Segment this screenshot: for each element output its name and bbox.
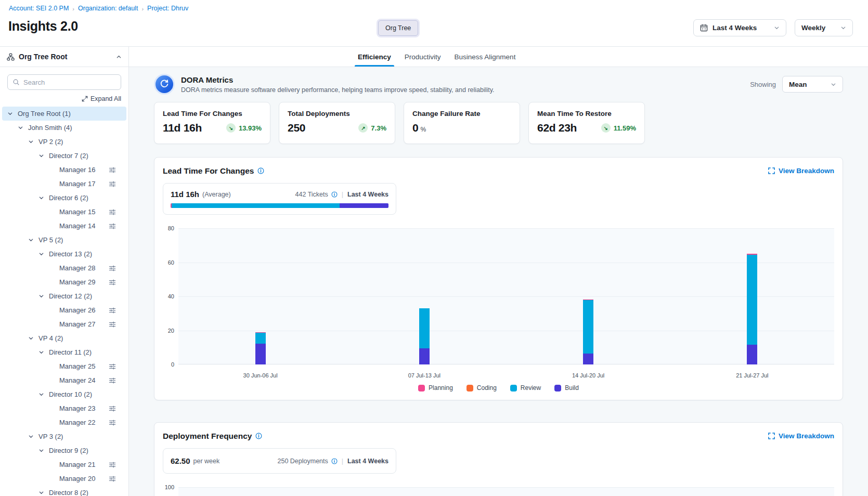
search-input[interactable] [23,79,116,86]
breadcrumb-item[interactable]: Organization: default [78,5,138,12]
chevron-down-icon[interactable] [38,391,48,397]
sliders-icon[interactable] [109,405,116,412]
sliders-icon[interactable] [109,377,116,384]
tree-item-manager-23[interactable]: Manager 23 [2,401,126,415]
info-icon[interactable] [255,433,262,439]
legend-item-review[interactable]: Review [510,384,541,391]
bar-segment-build[interactable] [583,354,593,364]
tree-item-manager-25[interactable]: Manager 25 [2,359,126,373]
tab-efficiency[interactable]: Efficiency [357,47,392,67]
tree-item-manager-26[interactable]: Manager 26 [2,303,126,317]
bar-segment-review[interactable] [255,333,266,344]
chevron-down-icon[interactable] [38,349,48,355]
tree-item-director-12-2[interactable]: Director 12 (2) [2,289,126,303]
tree-item-vp-5-2[interactable]: VP 5 (2) [2,233,126,247]
sliders-icon[interactable] [109,279,116,286]
tree-item-director-10-2[interactable]: Director 10 (2) [2,387,126,401]
org-tree-list: Org Tree Root (1)John Smith (4)VP 2 (2)D… [0,107,128,496]
stacked-bar-30-jun-06-jul[interactable] [255,332,266,364]
sliders-icon[interactable] [109,166,116,174]
chevron-down-icon[interactable] [7,111,17,116]
chevron-up-icon[interactable] [116,54,122,60]
chevron-down-icon[interactable] [38,293,48,299]
tree-item-manager-28[interactable]: Manager 28 [2,261,126,275]
bar-segment-review[interactable] [747,255,757,345]
sliders-icon[interactable] [109,321,116,328]
chevron-down-icon[interactable] [38,251,48,257]
stacked-bar-21-jul-27-jul[interactable] [747,254,757,364]
sliders-icon[interactable] [109,208,116,216]
chevron-down-icon[interactable] [28,237,37,243]
sliders-icon[interactable] [109,461,116,468]
tab-business-alignment[interactable]: Business Alignment [454,47,517,67]
tree-item-director-9-2[interactable]: Director 9 (2) [2,443,126,458]
tree-item-manager-16[interactable]: Manager 16 [2,163,126,177]
bar-segment-review[interactable] [419,308,430,348]
bar-segment-build[interactable] [255,344,266,364]
tree-item-director-8-2[interactable]: Director 8 (2) [2,486,126,496]
info-icon[interactable] [331,191,338,198]
tree-item-manager-14[interactable]: Manager 14 [2,219,126,233]
search-icon [12,79,20,86]
legend-item-coding[interactable]: Coding [467,384,497,391]
phase-segment-review[interactable] [172,203,340,208]
tree-item-org-tree-root-1[interactable]: Org Tree Root (1) [2,107,126,121]
tree-item-vp-3-2[interactable]: VP 3 (2) [2,429,126,443]
bar-segment-review[interactable] [583,300,593,354]
breadcrumb-item[interactable]: Account: SEI 2.0 PM [9,5,69,12]
sliders-icon[interactable] [109,363,116,370]
gridline [178,331,834,331]
chevron-down-icon[interactable] [28,139,37,145]
x-tick-label: 30 Jun-06 Jul [243,372,278,378]
tree-item-manager-22[interactable]: Manager 22 [2,415,126,429]
chevron-down-icon[interactable] [38,195,48,201]
tree-item-manager-15[interactable]: Manager 15 [2,205,126,219]
sidebar-header: Org Tree Root [0,47,128,67]
sliders-icon[interactable] [109,307,116,314]
chevron-down-icon[interactable] [18,125,27,130]
sliders-icon[interactable] [109,419,116,426]
info-icon[interactable] [331,458,338,464]
tree-item-director-6-2[interactable]: Director 6 (2) [2,191,126,205]
date-range-select[interactable]: Last 4 Weeks [693,19,786,36]
bar-segment-build[interactable] [747,345,757,364]
tree-item-manager-20[interactable]: Manager 20 [2,472,126,486]
sliders-icon[interactable] [109,475,116,482]
tree-item-vp-2-2[interactable]: VP 2 (2) [2,135,126,149]
org-tree-button[interactable]: Org Tree [378,20,418,36]
bar-segment-build[interactable] [419,348,430,364]
sliders-icon[interactable] [109,223,116,230]
stacked-bar-14-jul-20-jul[interactable] [583,299,593,364]
tree-item-john-smith-4[interactable]: John Smith (4) [2,121,126,135]
chevron-down-icon[interactable] [38,490,48,495]
tree-item-director-7-2[interactable]: Director 7 (2) [2,149,126,163]
tree-item-manager-21[interactable]: Manager 21 [2,458,126,472]
tree-item-manager-17[interactable]: Manager 17 [2,177,126,191]
sliders-icon[interactable] [109,180,116,188]
phase-segment-build[interactable] [340,203,388,208]
chevron-down-icon[interactable] [28,335,37,341]
tree-item-manager-29[interactable]: Manager 29 [2,275,126,289]
tree-item-manager-27[interactable]: Manager 27 [2,317,126,331]
breadcrumb-item[interactable]: Project: Dhruv [147,5,188,12]
granularity-select[interactable]: Weekly [795,19,853,36]
chevron-down-icon[interactable] [38,448,48,453]
tree-item-manager-24[interactable]: Manager 24 [2,373,126,387]
view-breakdown-link[interactable]: View Breakdown [768,432,834,440]
info-icon[interactable] [257,167,264,174]
metric-title: Mean Time To Restore [537,110,636,118]
tree-item-label: Director 11 (2) [49,348,92,356]
view-breakdown-link[interactable]: View Breakdown [768,167,834,175]
chevron-down-icon[interactable] [38,153,48,159]
expand-all-button[interactable]: Expand All [82,95,121,102]
tree-item-director-13-2[interactable]: Director 13 (2) [2,247,126,261]
legend-item-planning[interactable]: Planning [418,384,453,391]
tab-productivity[interactable]: Productivity [404,47,442,67]
stacked-bar-07-jul-13-jul[interactable] [419,308,430,364]
tree-item-vp-4-2[interactable]: VP 4 (2) [2,331,126,345]
tree-item-director-11-2[interactable]: Director 11 (2) [2,345,126,359]
showing-select[interactable]: Mean [782,76,843,93]
chevron-down-icon[interactable] [28,434,37,439]
legend-item-build[interactable]: Build [554,384,579,391]
sliders-icon[interactable] [109,265,116,272]
